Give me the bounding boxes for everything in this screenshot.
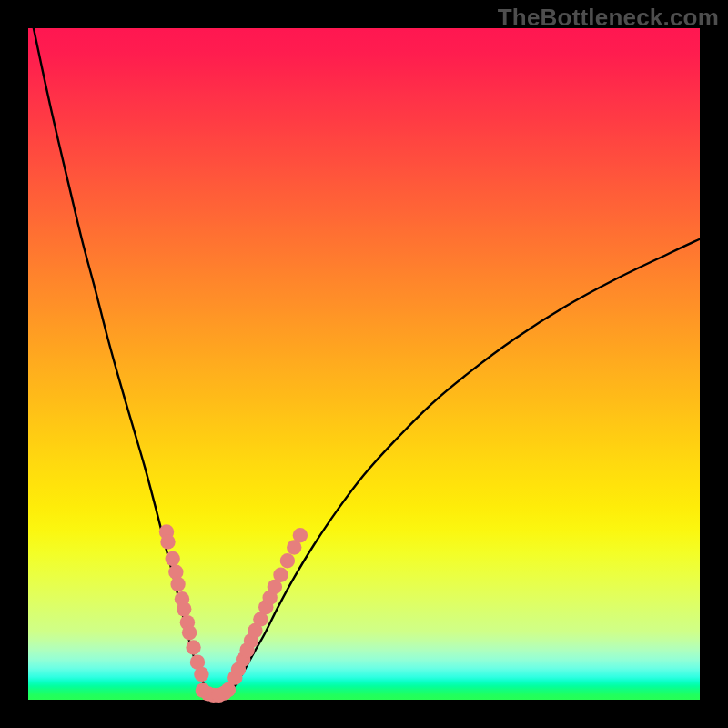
data-dot (182, 625, 197, 640)
data-dot (186, 640, 200, 654)
data-dot (273, 568, 288, 582)
chart-svg (28, 28, 700, 700)
data-dot (165, 551, 179, 566)
outer-frame: TheBottleneck.com (0, 0, 728, 728)
dot-layer (159, 524, 308, 703)
data-dot (293, 528, 308, 542)
data-dot (280, 553, 295, 568)
curve-layer (34, 28, 700, 699)
data-dot (194, 667, 208, 682)
watermark-text: TheBottleneck.com (498, 4, 719, 32)
data-dot (160, 534, 175, 549)
data-dot (177, 602, 191, 616)
data-dot (170, 577, 185, 592)
curve-right-branch (222, 239, 700, 699)
